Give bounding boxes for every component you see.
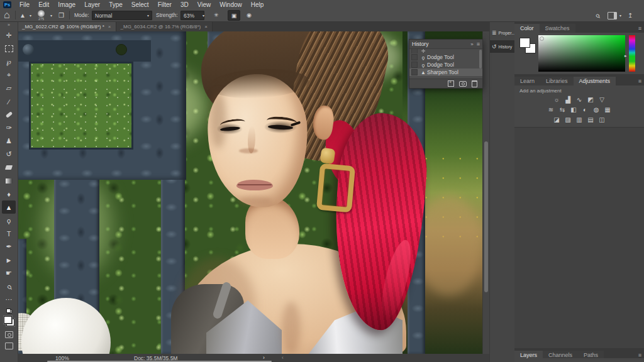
brush-tool[interactable]: ✑ <box>2 121 16 134</box>
invert-icon[interactable]: ◪ <box>552 116 562 124</box>
menu-item-view[interactable]: View <box>193 1 216 8</box>
quick-mask-button[interactable] <box>5 331 13 338</box>
panel-tab-color[interactable]: Color <box>514 24 540 33</box>
history-source-checkbox[interactable] <box>411 62 418 68</box>
chevron-down-icon[interactable]: ▾ <box>619 9 621 21</box>
history-state-row[interactable]: ϙDodge Tool <box>409 61 482 69</box>
blur-tool[interactable]: ♦ <box>2 187 16 200</box>
marquee-tool[interactable] <box>2 42 16 55</box>
eyedropper-tool[interactable]: ∕ <box>2 95 16 108</box>
panel-tab-learn[interactable]: Learn <box>514 77 540 85</box>
history-source-checkbox[interactable] <box>411 49 418 53</box>
mode-dropdown[interactable]: Normal▾ <box>92 11 152 20</box>
menu-item-type[interactable]: Type <box>104 1 127 8</box>
black-white-icon[interactable]: ◧ <box>569 106 579 114</box>
threshold-icon[interactable]: ▥ <box>575 116 584 124</box>
menu-item-help[interactable]: Help <box>247 1 269 8</box>
new-snapshot-icon[interactable] <box>459 81 467 87</box>
clone-stamp-tool[interactable]: ♟ <box>2 134 16 148</box>
menu-item-edit[interactable]: Edit <box>34 1 53 8</box>
history-state-row[interactable]: ▲Sharpen Tool <box>409 69 482 76</box>
color-lookup-icon[interactable]: ▦ <box>603 106 613 114</box>
close-tab-icon[interactable]: × <box>108 24 111 30</box>
eraser-tool[interactable] <box>2 161 16 174</box>
menu-item-3d[interactable]: 3D <box>176 1 193 8</box>
history-source-checkbox[interactable] <box>411 54 418 60</box>
brightness-contrast-icon[interactable]: ☼ <box>552 96 562 104</box>
panel-tab-swatches[interactable]: Swatches <box>540 24 575 33</box>
levels-icon[interactable]: ▟ <box>564 96 573 104</box>
foreground-color-swatch[interactable] <box>519 38 530 48</box>
sharpen-tool[interactable]: ▲ <box>2 200 16 214</box>
move-tool[interactable]: ✛ <box>2 29 16 42</box>
type-tool[interactable]: T <box>2 227 16 240</box>
hand-tool[interactable]: ☛ <box>2 266 16 280</box>
quick-selection-tool[interactable]: ⌖ <box>2 69 16 82</box>
menu-item-window[interactable]: Window <box>215 1 247 8</box>
zoom-tool[interactable]: ϙ <box>2 280 16 293</box>
delete-state-icon[interactable] <box>472 80 477 87</box>
color-balance-icon[interactable]: ⇆ <box>558 106 567 114</box>
collapse-panel-icon[interactable]: » <box>470 41 473 47</box>
vibrance-icon[interactable]: ▽ <box>597 96 607 104</box>
status-popup-chevron[interactable]: › <box>263 354 265 361</box>
default-colors-icon[interactable] <box>6 309 12 314</box>
history-brush-tool[interactable]: ↺ <box>2 148 16 161</box>
edit-toolbar-icon[interactable]: ⋯ <box>2 293 16 306</box>
exposure-icon[interactable]: ◩ <box>586 96 596 104</box>
close-tab-icon[interactable]: × <box>204 24 208 30</box>
hue-slider-pointer[interactable]: ▸ <box>625 53 627 58</box>
color-picker-field[interactable] <box>538 35 625 72</box>
document-tab[interactable]: _MG_6034.CR2 @ 16.7% (RGB/8*)× <box>116 21 213 31</box>
crop-tool[interactable]: ▱ <box>2 82 16 95</box>
new-document-from-state-icon[interactable] <box>448 80 454 87</box>
color-swatches-pair[interactable] <box>519 38 536 54</box>
menu-item-image[interactable]: Image <box>53 1 80 8</box>
menu-item-select[interactable]: Select <box>127 1 153 8</box>
chevron-down-icon[interactable]: ▾ <box>30 9 31 21</box>
menu-item-filter[interactable]: Filter <box>153 1 176 8</box>
history-state-row[interactable]: ϙDodge Tool <box>409 53 482 61</box>
document-tab[interactable]: _MG_6022.CR2 @ 100% (RGB/8*) *× <box>18 21 116 31</box>
history-state-row[interactable]: ✛ <box>409 49 482 53</box>
dock-button-history[interactable]: ↺History <box>490 40 515 53</box>
home-icon[interactable]: ⌂ <box>4 9 10 21</box>
hscroll-arrow-icon[interactable]: ‹ <box>282 354 284 361</box>
photo-filter-icon[interactable]: ◐ <box>580 106 590 114</box>
photoshop-logo-icon[interactable]: Ps <box>3 1 11 8</box>
gradient-tool[interactable] <box>2 174 16 187</box>
path-selection-tool[interactable]: ► <box>2 253 16 266</box>
history-source-checkbox[interactable] <box>411 69 418 75</box>
collapse-toolbar-icon[interactable]: » <box>8 21 10 29</box>
dock-button-proper[interactable]: ≣Proper... <box>490 26 515 39</box>
menu-item-file[interactable]: File <box>15 1 34 8</box>
chevron-down-icon[interactable]: ▾ <box>203 9 204 21</box>
strength-field[interactable]: 63% <box>180 11 204 20</box>
foreground-background-swatches[interactable] <box>4 316 14 326</box>
panel-tab-libraries[interactable]: Libraries <box>540 77 574 85</box>
search-icon[interactable]: ϙ <box>594 11 601 19</box>
brush-settings-panel-icon[interactable]: ❐ <box>58 9 64 21</box>
pen-tool[interactable]: ✒ <box>2 240 16 253</box>
menu-item-layer[interactable]: Layer <box>80 1 104 8</box>
selective-color-icon[interactable]: ◫ <box>597 116 607 124</box>
hue-slider[interactable] <box>629 35 635 72</box>
pressure-size-icon[interactable]: ✳ <box>214 9 219 21</box>
gradient-map-icon[interactable]: ▤ <box>586 116 596 124</box>
workspace-switcher-icon[interactable] <box>608 12 617 19</box>
curves-icon[interactable]: ∿ <box>575 96 584 104</box>
spot-healing-tool[interactable] <box>2 108 16 121</box>
history-scrollbar-thumb[interactable] <box>479 50 482 69</box>
lasso-tool[interactable]: ℘ <box>2 55 16 69</box>
chevron-down-icon[interactable]: ▾ <box>50 9 52 21</box>
sample-all-layers-toggle[interactable]: ▣ <box>228 10 240 21</box>
share-icon[interactable]: ↥ <box>628 9 633 21</box>
dodge-tool[interactable]: ϙ <box>2 214 16 227</box>
panel-menu-icon[interactable]: ≡ <box>477 41 480 47</box>
scrollbar-thumb[interactable] <box>484 141 488 292</box>
tool-preset-icon[interactable]: ▲ <box>19 9 26 21</box>
posterize-icon[interactable]: ▨ <box>564 116 573 124</box>
screen-mode-button[interactable] <box>5 343 13 349</box>
channel-mixer-icon[interactable]: ◍ <box>592 106 601 114</box>
hue-saturation-icon[interactable]: ≋ <box>547 106 556 114</box>
